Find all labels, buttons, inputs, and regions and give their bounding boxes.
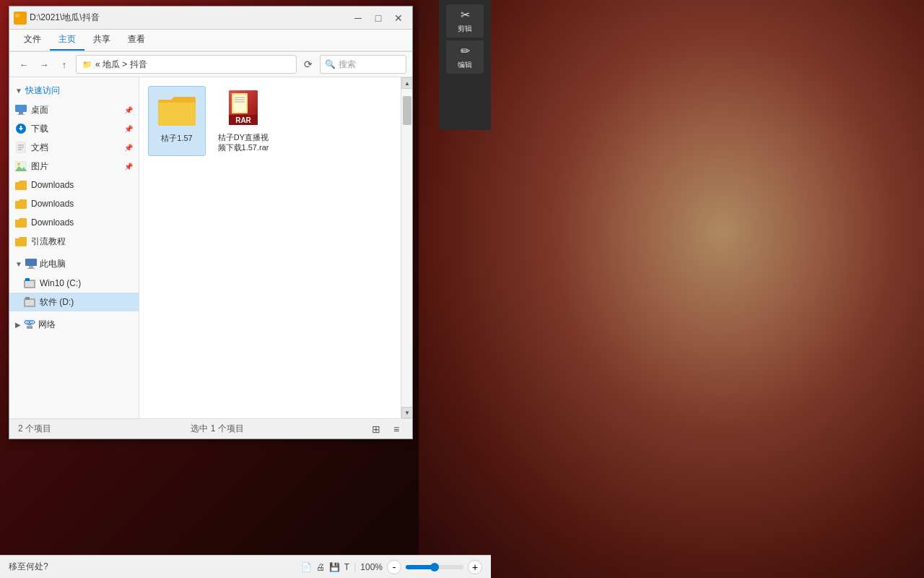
scroll-thumb[interactable] xyxy=(403,96,411,125)
quick-access-header[interactable]: ▼ 快速访问 xyxy=(9,80,139,100)
sidebar-item-downloads2-label: Downloads xyxy=(31,199,74,209)
ribbon-tabs: 文件 主页 共享 查看 xyxy=(9,30,412,51)
drive-c-icon xyxy=(24,277,35,289)
network-header[interactable]: ▶ 网络 xyxy=(9,314,139,335)
main-content: ▼ 快速访问 桌面 📌 下载 📌 文 xyxy=(9,77,412,418)
svg-rect-16 xyxy=(29,266,33,268)
ribbon: 文件 主页 共享 查看 xyxy=(9,30,412,52)
tab-file[interactable]: 文件 xyxy=(15,30,50,51)
zoom-controls: 📄 🖨 💾 T | 100% - + xyxy=(301,560,482,574)
sidebar-item-d-drive-label: 软件 (D:) xyxy=(40,296,74,309)
list-view-button[interactable]: ≡ xyxy=(389,422,404,436)
sidebar-item-downloads3[interactable]: Downloads xyxy=(9,213,139,232)
sidebar-item-download-label: 下载 xyxy=(31,123,48,135)
save-icon: 💾 xyxy=(329,562,340,572)
maximize-button[interactable]: □ xyxy=(369,11,388,25)
download-icon xyxy=(15,123,27,134)
edit-icon: ✏ xyxy=(461,44,470,58)
sidebar-item-documents[interactable]: 文档 📌 xyxy=(9,138,139,157)
svg-point-13 xyxy=(17,163,20,165)
scissors-button[interactable]: ✂ 剪辑 xyxy=(446,4,484,38)
network-icon xyxy=(24,319,35,330)
scroll-down-button[interactable]: ▼ xyxy=(401,407,412,418)
sidebar-item-downloads1[interactable]: Downloads xyxy=(9,176,139,194)
tab-home[interactable]: 主页 xyxy=(50,30,84,51)
title-controls: ─ □ ✕ xyxy=(349,11,408,25)
zoom-in-button[interactable]: + xyxy=(468,560,482,574)
this-pc-header[interactable]: ▼ 此电脑 xyxy=(9,254,139,274)
this-pc-label: 此电脑 xyxy=(40,258,66,270)
rar-large-icon: RAR xyxy=(223,89,263,129)
status-bar: 2 个项目 选中 1 个项目 ⊞ ≡ xyxy=(9,418,412,439)
sidebar-item-d-drive[interactable]: 软件 (D:) xyxy=(9,293,139,311)
expand-arrow-icon: ▼ xyxy=(15,87,22,95)
edit-button[interactable]: ✏ 编辑 xyxy=(446,40,484,74)
tab-share[interactable]: 共享 xyxy=(84,30,119,51)
file-item-rar[interactable]: RAR 桔子DY直播视频下载1.57.rar xyxy=(214,86,272,156)
svg-rect-1 xyxy=(15,14,19,17)
scroll-up-button[interactable]: ▲ xyxy=(401,77,412,89)
folder-icon-3 xyxy=(15,217,27,228)
text-icon: T xyxy=(344,562,349,572)
zoom-level: 100% xyxy=(360,562,383,572)
back-button[interactable]: ← xyxy=(15,56,32,73)
zoom-out-button[interactable]: - xyxy=(387,560,401,574)
status-right: ⊞ ≡ xyxy=(369,422,404,436)
pin-icon-4: 📌 xyxy=(124,163,133,171)
svg-point-28 xyxy=(29,322,31,324)
grid-view-button[interactable]: ⊞ xyxy=(369,422,383,436)
address-icon: 📁 xyxy=(82,60,92,69)
sidebar-item-downloads1-label: Downloads xyxy=(31,180,74,190)
svg-rect-4 xyxy=(17,114,25,115)
pin-icon: 📌 xyxy=(124,106,133,114)
sidebar-item-pictures[interactable]: 图片 📌 xyxy=(9,157,139,176)
zoom-handle[interactable] xyxy=(430,563,439,571)
explorer-window: D:\2021\地瓜\抖音 ─ □ ✕ 文件 主页 共享 查看 ← → ↑ 📁 … xyxy=(9,6,413,439)
file-label-folder: 桔子1.57 xyxy=(161,133,192,143)
title-bar: D:\2021\地瓜\抖音 ─ □ ✕ xyxy=(9,7,412,30)
up-button[interactable]: ↑ xyxy=(56,56,73,73)
sidebar-item-download[interactable]: 下载 📌 xyxy=(9,119,139,138)
computer-icon xyxy=(25,258,37,269)
quick-access-label: 快速访问 xyxy=(25,85,60,97)
file-label-rar: 桔子DY直播视频下载1.57.rar xyxy=(217,132,269,153)
svg-rect-3 xyxy=(19,112,23,114)
sidebar-item-pictures-label: 图片 xyxy=(31,160,48,173)
folder-icon-4 xyxy=(15,236,27,247)
network-label: 网络 xyxy=(38,319,56,331)
svg-rect-19 xyxy=(25,281,34,287)
address-bar: ← → ↑ 📁 « 地瓜 > 抖音 ⟳ 🔍 搜索 xyxy=(9,52,412,77)
window-icon xyxy=(14,12,27,25)
forward-button[interactable]: → xyxy=(35,56,53,73)
desktop-icon xyxy=(15,104,27,116)
print-icon: 🖨 xyxy=(316,562,325,572)
drive-d-icon xyxy=(24,296,35,308)
doc-icon: 📄 xyxy=(301,562,312,572)
scrollbar[interactable]: ▲ ▼ xyxy=(401,77,412,418)
tab-view[interactable]: 查看 xyxy=(119,30,154,51)
svg-rect-2 xyxy=(15,105,27,112)
sidebar: ▼ 快速访问 桌面 📌 下载 📌 文 xyxy=(9,77,139,418)
file-area: 桔子1.57 xyxy=(139,77,401,418)
separator: | xyxy=(354,562,356,572)
background-overlay xyxy=(419,0,924,578)
address-field[interactable]: 📁 « 地瓜 > 抖音 xyxy=(76,55,297,74)
close-button[interactable]: ✕ xyxy=(389,11,408,25)
sidebar-item-yiliu[interactable]: 引流教程 xyxy=(9,232,139,251)
scroll-track[interactable] xyxy=(401,89,412,407)
svg-rect-23 xyxy=(25,297,30,300)
svg-rect-17 xyxy=(27,268,35,269)
svg-rect-22 xyxy=(25,300,34,306)
refresh-button[interactable]: ⟳ xyxy=(300,56,317,73)
zoom-slider[interactable] xyxy=(406,565,463,569)
minimize-button[interactable]: ─ xyxy=(349,11,367,25)
sidebar-item-downloads2[interactable]: Downloads xyxy=(9,194,139,213)
sidebar-item-c-drive[interactable]: Win10 (C:) xyxy=(9,274,139,293)
sidebar-item-yiliu-label: 引流教程 xyxy=(31,236,66,248)
editor-panel: ✂ 剪辑 ✏ 编辑 xyxy=(439,0,491,130)
sidebar-item-desktop[interactable]: 桌面 📌 xyxy=(9,100,139,119)
file-item-folder[interactable]: 桔子1.57 xyxy=(148,86,206,156)
expand-arrow-net-icon: ▶ xyxy=(15,321,21,329)
status-selected: 选中 1 个项目 xyxy=(191,423,243,435)
search-box[interactable]: 🔍 搜索 xyxy=(320,55,406,74)
